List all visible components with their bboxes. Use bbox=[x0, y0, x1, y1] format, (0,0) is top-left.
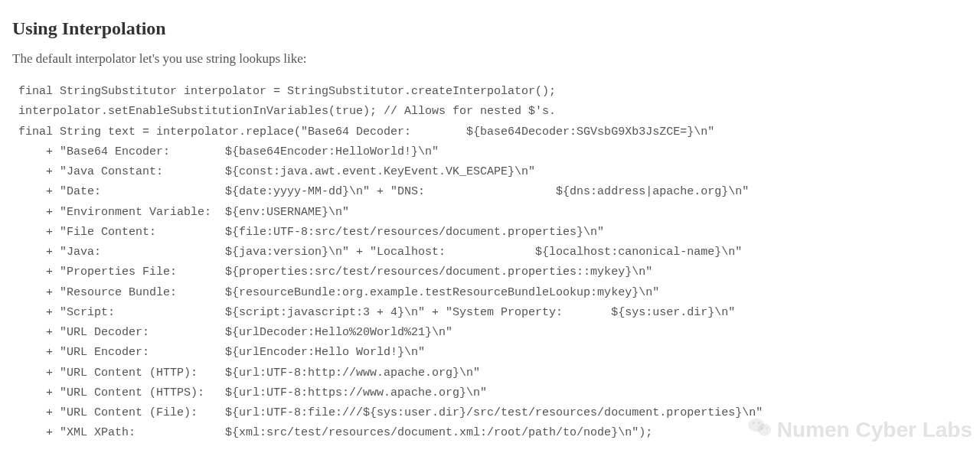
section-heading: Using Interpolation bbox=[12, 18, 968, 39]
intro-paragraph: The default interpolator let's you use s… bbox=[12, 51, 968, 67]
code-block: final StringSubstitutor interpolator = S… bbox=[12, 82, 968, 444]
